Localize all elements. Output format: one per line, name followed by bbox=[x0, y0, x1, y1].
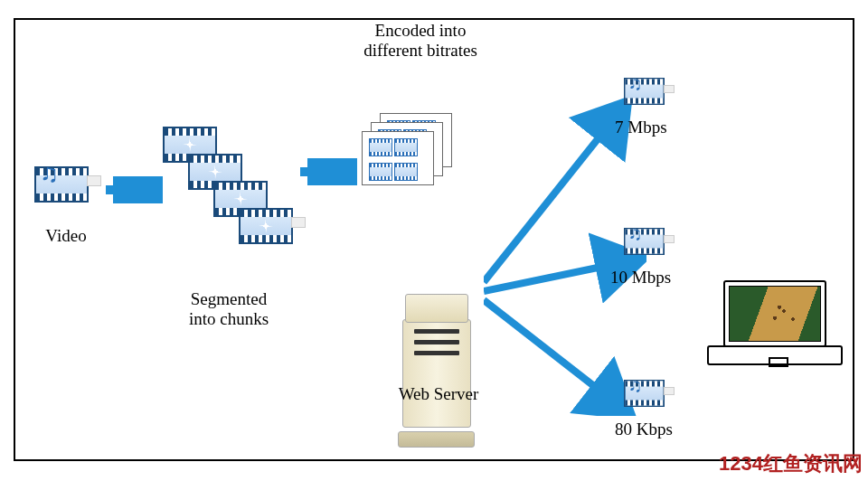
rate-laptop-label: 7 Mbps bbox=[615, 118, 667, 137]
rate-phone-label: 80 Kbps bbox=[615, 420, 673, 439]
video-source-clip: ♫ bbox=[34, 166, 89, 203]
segmented-chunks bbox=[163, 127, 316, 271]
bitrate-clip-phone: ♫ bbox=[624, 380, 678, 416]
web-server-icon bbox=[398, 294, 475, 448]
encoded-pages bbox=[362, 113, 452, 185]
rate-monitor-label: 10 Mbps bbox=[610, 268, 671, 288]
arrow-icon bbox=[298, 158, 357, 185]
encoded-label: Encoded intodifferent bitrates bbox=[339, 21, 502, 61]
webserver-label: Web Server bbox=[380, 384, 497, 404]
arrow-branch bbox=[484, 90, 646, 416]
arrow-icon bbox=[104, 176, 163, 203]
watermark: 1234红鱼资讯网 bbox=[719, 450, 863, 477]
svg-line-2 bbox=[484, 118, 615, 282]
video-label: Video bbox=[34, 226, 98, 246]
svg-line-3 bbox=[484, 262, 624, 291]
laptop-device bbox=[707, 280, 843, 371]
music-note-icon: ♫ bbox=[40, 159, 59, 188]
segmented-label: Segmentedinto chunks bbox=[170, 289, 288, 329]
svg-line-4 bbox=[484, 300, 615, 402]
bitrate-clip-monitor: ♫ bbox=[624, 228, 678, 264]
bitrate-clip-laptop: ♫ bbox=[624, 78, 678, 114]
